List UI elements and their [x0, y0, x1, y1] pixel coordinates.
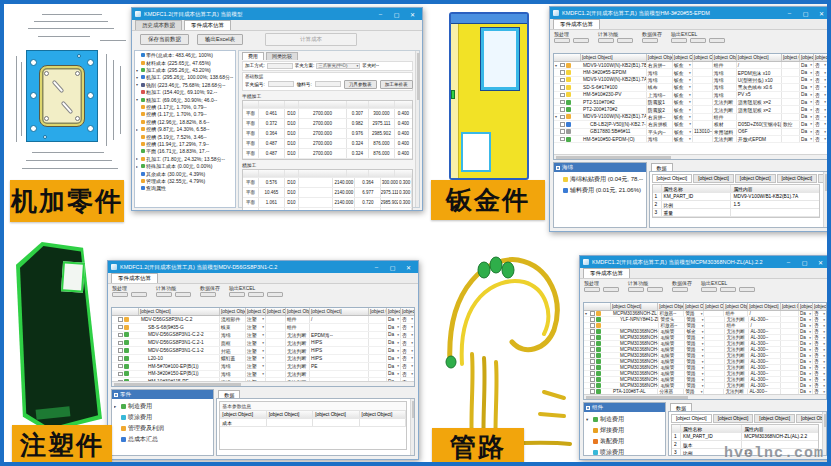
cost-item[interactable]: 总成本汇总: [114, 434, 211, 445]
column-header[interactable]: [347, 101, 369, 108]
toolbar-button[interactable]: [598, 38, 614, 43]
scrollbar-thumb[interactable]: [556, 156, 671, 159]
clamp-plan-select[interactable]: 三爪装夹(中心): [316, 63, 360, 69]
table-row[interactable]: HM-5#70#100-EP(B(1)) 海绵 注塑 无法判断 PE Da 否: [112, 363, 414, 371]
column-header[interactable]: [object Object]: [266, 308, 286, 315]
panel-header[interactable]: 零件: [112, 390, 213, 399]
detail-subtab[interactable]: [object Object]: [652, 174, 693, 183]
default-flag-cell[interactable]: 否: [814, 121, 827, 127]
default-flag-cell[interactable]: 否: [814, 99, 827, 105]
column-header[interactable]: [object Object]: [387, 308, 401, 315]
unit-cell[interactable]: Da: [799, 335, 813, 340]
table-row[interactable]: 平面 0.576 D10 2140.000 0.364 300.000 0.30…: [243, 178, 412, 188]
table-row[interactable]: 平面 10.465 D10 2140.000 6.977 2975.111 0.…: [243, 188, 412, 198]
default-flag-cell[interactable]: 否: [813, 365, 826, 370]
default-flag-cell[interactable]: 否: [401, 363, 414, 370]
table-row[interactable]: L20-10 螺钉盖 注塑 无法判断 HIPS Da 否: [112, 355, 414, 363]
cost-tree-item[interactable]: 粗加工 (154.40元, 69.10%; 92.--: [136, 89, 234, 96]
detail-subtab[interactable]: [object Object]: [754, 414, 795, 423]
toolbar-button[interactable]: [603, 287, 619, 292]
default-flag-cell[interactable]: 否: [813, 359, 826, 364]
toolbar-button[interactable]: [690, 38, 706, 43]
column-header[interactable]: [object Object]: [581, 54, 647, 61]
tab-data[interactable]: 数据: [218, 390, 240, 398]
tab-data[interactable]: 数据: [651, 163, 673, 171]
craft-type-cell[interactable]: 注塑: [246, 316, 266, 323]
table-row[interactable]: MDV-D56GS8P3N1-C.2 流程部件 注塑 组件 / Da 否: [112, 316, 414, 324]
property-row[interactable]: 2 比例 1.5: [653, 201, 820, 209]
default-flag-cell[interactable]: 否: [814, 114, 827, 120]
default-flag-cell[interactable]: 否: [814, 106, 827, 112]
unit-cell[interactable]: Da: [799, 353, 813, 358]
default-flag-cell[interactable]: 否: [813, 353, 826, 358]
default-flag-cell[interactable]: 否: [401, 371, 414, 378]
unit-cell[interactable]: Da: [800, 129, 814, 135]
cost-item[interactable]: 喷涂费用: [114, 412, 211, 423]
column-header[interactable]: [object Object]: [684, 303, 704, 310]
toolbar-button[interactable]: [709, 38, 725, 43]
tab-part-cost-estimation[interactable]: 零件成本估算: [111, 273, 158, 283]
detail-subtab[interactable]: [object Object]: [735, 174, 776, 183]
row-checkbox[interactable]: [590, 377, 595, 382]
row-checkbox[interactable]: [560, 115, 565, 120]
craft-type-cell[interactable]: 钣金: [673, 136, 693, 142]
column-header[interactable]: [285, 170, 299, 177]
cost-tree-item[interactable]: ▸ 孔加工 (71.80元, 24.32%; 13.58分--: [136, 155, 234, 162]
unit-cell[interactable]: Da: [799, 383, 813, 388]
row-checkbox[interactable]: [118, 364, 123, 369]
unit-cell[interactable]: Da: [387, 371, 401, 378]
craft-type-cell[interactable]: 管路: [685, 341, 705, 346]
minimize-button[interactable]: –: [370, 264, 383, 270]
craft-type-cell[interactable]: 钣金: [673, 121, 693, 127]
craft-type-cell[interactable]: 钣金: [673, 106, 693, 112]
column-header[interactable]: [object Object]: [647, 54, 673, 61]
table-row[interactable]: 平面 0.669 D10 2140.000 0.406 876.000 0.30…: [243, 208, 412, 211]
craft-type-cell[interactable]: 注塑: [246, 339, 266, 346]
row-checkbox[interactable]: [118, 348, 123, 353]
expand-icon[interactable]: ▾: [586, 417, 591, 422]
craft-type-cell[interactable]: 注塑: [246, 324, 266, 331]
default-flag-cell[interactable]: 否: [401, 355, 414, 362]
table-row[interactable]: ▾ MDV9-V100W(N)-KB2(B1).7B 右后拼-- 钣金 组件 /…: [554, 62, 827, 69]
table-row[interactable]: PT2-200#170#2 防震胶2 钣金 无法判断 沥青阻尼板 x=2 Da …: [554, 106, 827, 113]
toolbar-button[interactable]: [156, 292, 172, 297]
toolbar-button[interactable]: [131, 292, 147, 297]
craft-type-cell[interactable]: 钣金: [673, 129, 693, 135]
default-flag-cell[interactable]: 否: [401, 339, 414, 346]
column-header[interactable]: [object Object]: [800, 54, 814, 61]
horizontal-scrollbar[interactable]: [112, 381, 414, 386]
row-checkbox[interactable]: [590, 341, 595, 346]
column-header[interactable]: [object Object]: [748, 303, 781, 310]
default-flag-cell[interactable]: 否: [813, 329, 826, 334]
craft-type-cell[interactable]: 管路: [685, 371, 705, 376]
row-checkbox[interactable]: [560, 129, 565, 134]
craft-type-cell[interactable]: 管路: [685, 383, 705, 388]
craft-type-cell[interactable]: 钣金: [673, 92, 693, 98]
default-flag-cell[interactable]: 否: [813, 317, 826, 322]
toolbar-button[interactable]: [647, 287, 663, 292]
cost-tree-item[interactable]: 管理成本 (32.55元, 4.79%): [136, 177, 234, 184]
close-button[interactable]: ✕: [406, 11, 419, 18]
column-header[interactable]: [259, 101, 285, 108]
cost-item[interactable]: 辅料费用 (0.01元, 21.06%): [556, 185, 644, 196]
close-button[interactable]: ✕: [402, 264, 415, 271]
craft-type-cell[interactable]: 管路: [685, 365, 705, 370]
craft-type-cell[interactable]: 管路: [685, 347, 705, 352]
detail-subtab[interactable]: [object Object]: [693, 174, 734, 183]
toolbar-button[interactable]: [573, 38, 589, 43]
row-checkbox[interactable]: [590, 353, 595, 358]
table-row[interactable]: HM-5#10#230-PV 上海绵-- 钣金 海绵 PV x5 Da 否: [554, 92, 827, 99]
craft-type-cell[interactable]: 管路: [685, 359, 705, 364]
column-header[interactable]: [object Object]: [139, 308, 220, 315]
column-header[interactable]: [243, 101, 259, 108]
scrollbar-thumb[interactable]: [114, 383, 241, 386]
column-header[interactable]: [object Object]: [814, 54, 827, 61]
cost-item[interactable]: 焊接费用: [586, 425, 663, 436]
default-flag-cell[interactable]: 否: [401, 316, 414, 323]
vertical-scrollbar[interactable]: [823, 172, 827, 227]
row-checkbox[interactable]: [118, 372, 123, 377]
row-checkbox[interactable]: [560, 100, 565, 105]
unit-cell[interactable]: Da: [387, 355, 401, 362]
column-header[interactable]: [395, 170, 412, 177]
craft-type-cell[interactable]: 注塑: [246, 355, 266, 362]
